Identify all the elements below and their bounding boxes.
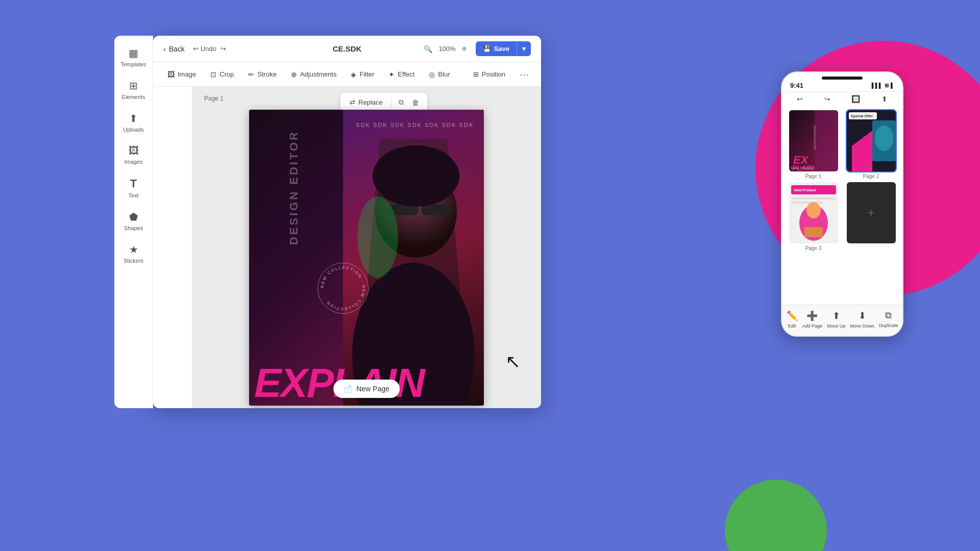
sidebar-item-templates-label: Templates: [120, 61, 146, 67]
svg-text:Special Offer: Special Offer: [851, 114, 873, 118]
shapes-icon: ⬟: [129, 211, 138, 223]
phone-action-move-up[interactable]: ⬆ Move Up: [827, 310, 845, 329]
toolbar-divider: [391, 97, 391, 108]
toolbar-blur-label: Blur: [438, 70, 450, 78]
thumb1-svg: EX PLAIN DESIGN EDITOR: [789, 110, 838, 171]
canvas-area: Page 1 ⇄ Replace ⧉ 🗑: [192, 87, 541, 408]
svg-text:DESIGN EDITOR: DESIGN EDITOR: [813, 126, 816, 150]
phone-tool-1[interactable]: ↩: [797, 95, 803, 103]
canvas-sdk-text: SDK SDK SDK SDK SDK SDK SDK: [356, 122, 474, 128]
title-bar: ‹ Back ↩ Undo ↪ CE.SDK 🔍 100% ⊕: [153, 36, 541, 62]
phone-action-move-down[interactable]: ⬇ Move Down: [850, 310, 874, 329]
phone-pages-grid: EX PLAIN DESIGN EDITOR New Product Page …: [782, 106, 902, 255]
svg-rect-28: [804, 227, 823, 237]
toolbar-adjustments[interactable]: ⊕ Adjustments: [285, 67, 343, 82]
redo-icon: ↪: [220, 45, 226, 53]
phone-tool-2[interactable]: ↪: [824, 95, 830, 103]
move-down-action-label: Move Down: [850, 323, 874, 329]
back-button[interactable]: ‹ Back: [163, 45, 185, 53]
edit-action-icon: ✏️: [787, 310, 798, 321]
toolbar-filter[interactable]: ◈ Filter: [345, 67, 380, 82]
toolbar-effect[interactable]: ✦ Effect: [382, 67, 421, 82]
phone-action-duplicate[interactable]: ⧉ Duplicate: [879, 310, 898, 329]
add-page-action-icon: ➕: [806, 310, 818, 321]
toolbar-image[interactable]: 🖼 Image: [161, 67, 202, 82]
back-icon: ‹: [163, 45, 166, 53]
save-button-main[interactable]: 💾 Save: [476, 41, 517, 56]
toolbar-position-label: Position: [482, 70, 505, 78]
redo-button[interactable]: ↪: [220, 45, 226, 53]
image-toolbar-icon: 🖼: [167, 70, 175, 79]
replace-button[interactable]: ⇄ Replace: [346, 96, 387, 108]
zoom-level[interactable]: 100%: [438, 45, 455, 53]
phone-page-item-1[interactable]: EX PLAIN DESIGN EDITOR New Product Page …: [786, 110, 841, 179]
phone-page-thumbnail-2[interactable]: Special Offer 50% OFF: [847, 110, 896, 171]
phone-page-item-2[interactable]: Special Offer 50% OFF Page 2: [844, 110, 898, 179]
svg-point-6: [373, 145, 459, 207]
thumb2-svg: Special Offer 50% OFF: [847, 110, 896, 171]
editor-window: ‹ Back ↩ Undo ↪ CE.SDK 🔍 100% ⊕: [153, 36, 541, 408]
toolbar-blur[interactable]: ◎ Blur: [423, 67, 456, 82]
zoom-in-button[interactable]: ⊕: [459, 43, 470, 54]
sidebar-item-stickers[interactable]: ★ Stickers: [117, 238, 150, 269]
svg-text:OFF: OFF: [853, 163, 863, 168]
sidebar-item-templates[interactable]: ▦ Templates: [117, 42, 150, 72]
phone-action-edit[interactable]: ✏️ Edit: [787, 310, 798, 329]
battery-icon: ▌: [891, 83, 894, 88]
replace-toolbar: ⇄ Replace ⧉ 🗑: [340, 93, 427, 112]
design-canvas[interactable]: EXPLAIN DESIGN EDITOR SDK SDK SDK SDK SD…: [249, 110, 484, 406]
move-up-action-label: Move Up: [827, 323, 845, 329]
save-button-group: 💾 Save ▾: [476, 41, 531, 56]
stickers-icon: ★: [129, 243, 138, 256]
toolbar: 🖼 Image ⊡ Crop ✏ Stroke ⊕ Adjustments ◈ …: [153, 62, 541, 87]
filter-icon: ◈: [351, 70, 356, 79]
toolbar-crop[interactable]: ⊡ Crop: [204, 67, 240, 82]
phone-top-toolbar: ↩ ↪ 🔲 ⬆: [782, 91, 902, 106]
zoom-out-button[interactable]: 🔍: [421, 43, 435, 55]
new-page-button[interactable]: 📄 New Page: [333, 380, 400, 398]
phone-tool-4[interactable]: ⬆: [881, 95, 888, 103]
phone-time: 9:41: [790, 82, 803, 89]
phone-page-thumbnail-1[interactable]: EX PLAIN DESIGN EDITOR New Product: [789, 110, 838, 171]
sidebar-item-images-label: Images: [124, 159, 142, 165]
toolbar-more[interactable]: ⋯: [516, 67, 533, 82]
sidebar: ▦ Templates ⊞ Elements ⬆ Uploads 🖼 Image…: [114, 36, 153, 408]
toolbar-position[interactable]: ⊞ Position: [467, 67, 511, 81]
phone-page-item-3[interactable]: New Product Page 3: [786, 182, 841, 251]
svg-point-15: [875, 126, 893, 151]
canvas-background: EXPLAIN DESIGN EDITOR SDK SDK SDK SDK SD…: [249, 110, 484, 406]
sidebar-item-shapes[interactable]: ⬟ Shapes: [117, 206, 150, 236]
toolbar-stroke[interactable]: ✏ Stroke: [242, 67, 283, 82]
canvas-circle-text: NEW COLLECTION · NEW COLLECTION ·: [317, 263, 369, 314]
sidebar-item-elements[interactable]: ⊞ Elements: [117, 74, 150, 105]
zoom-control: 🔍 100% ⊕: [421, 43, 469, 55]
adjustments-icon: ⊕: [291, 70, 297, 79]
phone-page-item-4[interactable]: +: [844, 182, 898, 251]
sidebar-item-images[interactable]: 🖼 Images: [117, 140, 150, 170]
cursor: ↖: [505, 351, 521, 372]
svg-text:50%: 50%: [852, 152, 872, 163]
page-label: Page 1: [204, 95, 224, 102]
save-dropdown-button[interactable]: ▾: [517, 41, 531, 56]
sidebar-item-uploads[interactable]: ⬆ Uploads: [117, 107, 150, 138]
crop-icon: ⊡: [210, 70, 216, 79]
replace-label: Replace: [358, 98, 383, 106]
phone-page-thumbnail-3[interactable]: New Product: [789, 182, 838, 243]
delete-button[interactable]: 🗑: [409, 96, 422, 109]
phone-tool-3[interactable]: 🔲: [851, 95, 860, 103]
toolbar-filter-label: Filter: [359, 70, 374, 78]
undo-button[interactable]: ↩ Undo: [193, 45, 216, 53]
svg-point-27: [806, 202, 821, 218]
phone-action-add-page[interactable]: ➕ Add Page: [802, 310, 823, 329]
copy-button[interactable]: ⧉: [396, 96, 407, 109]
replace-icon: ⇄: [350, 98, 355, 106]
svg-rect-24: [792, 197, 835, 199]
sidebar-item-shapes-label: Shapes: [124, 225, 143, 231]
phone-page-thumbnail-4[interactable]: +: [847, 182, 896, 243]
sidebar-item-text[interactable]: T Text: [117, 172, 150, 204]
move-down-action-icon: ⬇: [859, 310, 866, 321]
undo-label: Undo: [201, 45, 216, 53]
thumb1-label: New Product: [791, 166, 815, 170]
elements-icon: ⊞: [129, 80, 138, 92]
undo-icon: ↩: [193, 45, 199, 53]
